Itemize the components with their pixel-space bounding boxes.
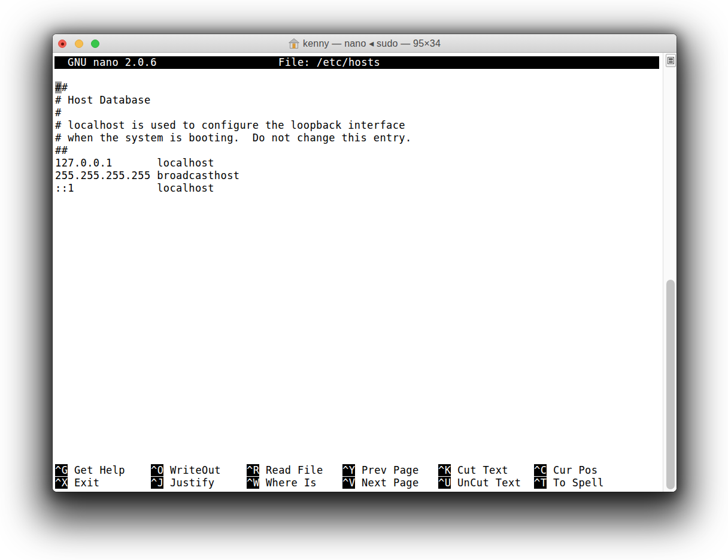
nano-file-label: File: /etc/hosts — [278, 56, 380, 69]
shortcut-key: ^K — [438, 464, 451, 476]
shortcut-label: Prev Page — [355, 464, 418, 476]
shortcut-key: ^R — [247, 464, 259, 476]
shortcut-key: ^Y — [342, 464, 355, 476]
terminal-window: kenny — nano ◂ sudo — 95×34 GNU nano 2.0… — [53, 34, 677, 492]
shortcut-key: ^U — [438, 477, 451, 489]
shortcut-where-is: ^W Where Is — [247, 477, 342, 489]
shortcut-key: ^T — [534, 477, 547, 489]
editor-line: 255.255.255.255 broadcasthost — [55, 169, 412, 182]
shortcut-justify: ^J Justify — [151, 477, 247, 489]
shortcut-label: Exit — [68, 477, 99, 489]
editor-line: 127.0.0.1 localhost — [55, 157, 412, 169]
scrollbar-thumb[interactable] — [666, 280, 675, 489]
shortcut-label: To Spell — [547, 477, 604, 489]
scrollbar-track[interactable] — [663, 53, 677, 492]
shortcut-cur-pos: ^C Cur Pos — [534, 464, 597, 477]
shortcut-prev-page: ^Y Prev Page — [342, 464, 438, 477]
shortcut-label: Justify — [163, 477, 214, 489]
home-folder-icon[interactable] — [289, 38, 299, 49]
shortcut-key: ^W — [247, 477, 259, 489]
shortcut-writeout: ^O WriteOut — [151, 464, 247, 477]
shortcut-read-file: ^R Read File — [247, 464, 342, 477]
editor-lines[interactable]: ### Host Database## localhost is used to… — [55, 81, 412, 195]
editor-line: ::1 localhost — [55, 182, 412, 195]
editor-line: # localhost is used to configure the loo… — [55, 119, 412, 132]
editor-line: ## — [55, 144, 412, 157]
shortcut-label: Where Is — [259, 477, 317, 489]
shortcut-label: Get Help — [68, 464, 125, 476]
shortcut-key: ^O — [151, 464, 163, 476]
shortcut-exit: ^X Exit — [55, 477, 151, 489]
shortcut-key: ^J — [151, 477, 163, 489]
shortcut-row-2: ^X Exit^J Justify^W Where Is^V Next Page… — [55, 477, 660, 489]
split-pane-icon — [668, 57, 674, 64]
nano-shortcut-footer: ^G Get Help^O WriteOut^R Read File^Y Pre… — [55, 464, 660, 489]
shortcut-label: Read File — [259, 464, 323, 476]
terminal-content[interactable]: GNU nano 2.0.6 File: /etc/hosts ### Host… — [53, 53, 677, 492]
shortcut-next-page: ^V Next Page — [342, 477, 438, 489]
editor-line: # when the system is booting. Do not cha… — [55, 132, 412, 144]
window-title: kenny — nano ◂ sudo — 95×34 — [303, 38, 441, 49]
window-titlebar[interactable]: kenny — nano ◂ sudo — 95×34 — [53, 34, 677, 53]
shortcut-key: ^G — [55, 464, 68, 476]
nano-header-bar: GNU nano 2.0.6 File: /etc/hosts — [54, 56, 659, 69]
shortcut-key: ^X — [55, 477, 68, 489]
shortcut-label: Cut Text — [451, 464, 508, 476]
editor-line: # — [55, 107, 412, 119]
shortcut-label: WriteOut — [163, 464, 221, 476]
title-area: kenny — nano ◂ sudo — 95×34 — [53, 34, 677, 53]
shortcut-cut-text: ^K Cut Text — [438, 464, 534, 477]
text-cursor: # — [55, 81, 62, 93]
shortcut-key: ^V — [342, 477, 355, 489]
shortcut-label: Next Page — [355, 477, 418, 489]
editor-line: ## — [55, 81, 412, 94]
shortcut-to-spell: ^T To Spell — [534, 477, 604, 489]
shortcut-key: ^C — [534, 464, 547, 476]
shortcut-label: Cur Pos — [547, 464, 597, 476]
nano-version-label: GNU nano 2.0.6 — [68, 56, 157, 69]
split-pane-button[interactable] — [666, 54, 676, 67]
shortcut-get-help: ^G Get Help — [55, 464, 151, 477]
shortcut-row-1: ^G Get Help^O WriteOut^R Read File^Y Pre… — [55, 464, 660, 477]
shortcut-uncut-text: ^U UnCut Text — [438, 477, 534, 489]
editor-line: # Host Database — [55, 94, 412, 107]
shortcut-label: UnCut Text — [451, 477, 521, 489]
